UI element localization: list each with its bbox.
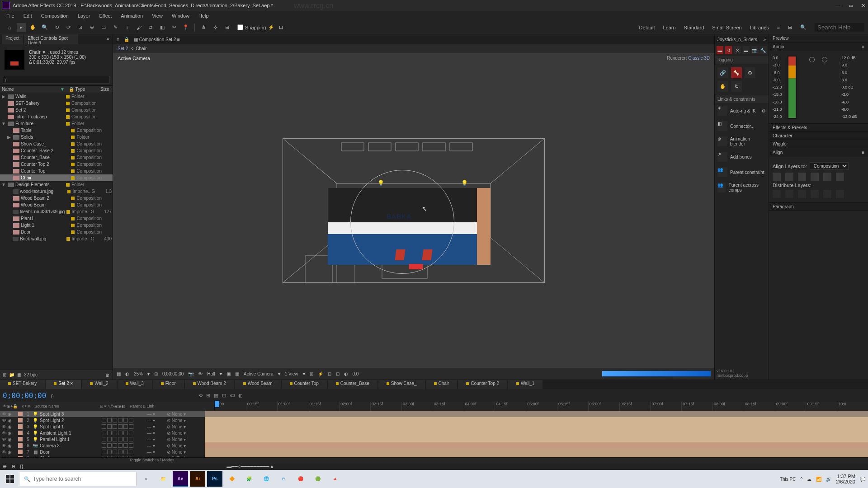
col-name[interactable]: Name [2, 87, 56, 92]
breadcrumb-root[interactable]: Set 2 [118, 46, 128, 51]
paragraph-panel-title[interactable]: Paragraph [773, 204, 794, 209]
project-row[interactable]: tileabl..nn-d3k1vk9.jpgImporte...G127 [0, 208, 113, 215]
tl-bot-2[interactable]: ⊖ [11, 464, 15, 470]
ruler-tick[interactable]: 01:15f [308, 402, 339, 411]
workspace-menu[interactable]: » [777, 25, 780, 30]
ruler-tick[interactable]: 01:00f [277, 402, 308, 411]
app-icon-3[interactable]: 🔴 [293, 471, 308, 487]
rig-opt-parentacross[interactable]: 👥Parent accross comps [715, 180, 769, 195]
col-source-name[interactable]: Source Name [34, 404, 59, 408]
project-row[interactable]: ▶SolidsFolder [0, 134, 113, 141]
col-parent-link[interactable]: Parent & Link [130, 404, 154, 408]
timeline-layer[interactable]: 👁 ◉6📷Camera 3― ▾⊘ None ▾ [0, 442, 868, 449]
rig-opt-connector[interactable]: ◧Connector... [715, 118, 769, 134]
new-comp-icon[interactable]: ▦ [17, 372, 21, 377]
tl-bot-3[interactable]: {} [20, 464, 23, 470]
rig-opt-parentconstraint[interactable]: 👥Parent constraint [715, 164, 769, 180]
clone-tool[interactable]: ⧉ [146, 23, 155, 32]
col-label[interactable]: ▼ [56, 87, 69, 92]
ruler-tick[interactable]: 0:00 [215, 402, 246, 411]
timeline-layer[interactable]: 👁 ◉3💡Spot Light 1― ▾⊘ None ▾ [0, 423, 868, 430]
rig-icon-2[interactable]: ↯ [725, 46, 732, 54]
orbit-tool[interactable]: ⟲ [52, 23, 61, 32]
menu-view[interactable]: View [147, 12, 167, 19]
light-radius-gizmo[interactable] [350, 170, 454, 274]
align-left-icon[interactable] [773, 173, 781, 181]
timeline-layer[interactable]: 👁 ◉5💡Parallel Light 1― ▾⊘ None ▾ [0, 436, 868, 442]
minimize-button[interactable]: — [835, 3, 840, 9]
project-row[interactable]: Set 2Composition [0, 107, 113, 113]
app-icon-1[interactable]: 🧩 [241, 471, 257, 487]
menu-help[interactable]: Help [194, 12, 213, 19]
start-button[interactable] [3, 472, 17, 486]
rig-icon-5[interactable]: 📷 [751, 46, 758, 54]
timeline-layer[interactable]: 👁 ◉2💡Spot Light 2― ▾⊘ None ▾ [0, 417, 868, 423]
timeline-tab[interactable]: SET-Bakery [0, 380, 45, 389]
comp-tab[interactable]: ▦ Composition Set 2 ≡ [134, 37, 180, 42]
zoom-tool[interactable]: 🔍 [40, 23, 49, 32]
menu-file[interactable]: File [2, 12, 19, 19]
zoom-dropdown[interactable]: 25% [134, 371, 143, 376]
rig-opt-animblender[interactable]: ⊛Animation blender [715, 134, 769, 149]
timeline-tab[interactable]: Show Case_ [378, 380, 425, 389]
timeline-tab[interactable]: Floor [153, 380, 184, 389]
align-hcenter-icon[interactable] [785, 173, 793, 181]
selection-tool[interactable]: ▸ [17, 23, 26, 32]
workspace-libraries[interactable]: Libraries [750, 25, 769, 30]
project-row[interactable]: Light 1Composition [0, 222, 113, 229]
res-icon[interactable]: ⊞ [154, 371, 158, 376]
camera-tool[interactable]: ⊡ [75, 23, 85, 32]
view-axis-tool[interactable]: ⊞ [222, 23, 231, 32]
project-row[interactable]: Intro_Truck.aepComposition [0, 113, 113, 120]
align-bottom-icon[interactable] [836, 173, 844, 181]
maximize-button[interactable]: ▭ [849, 3, 853, 9]
rig-tool-1[interactable]: 🔗 [717, 67, 728, 78]
timeline-layer[interactable]: 👁 ◉4💡Ambient Light 1― ▾⊘ None ▾ [0, 430, 868, 436]
interpret-icon[interactable]: ⊞ [3, 372, 6, 377]
project-row[interactable]: Wood Beam 2Composition [0, 195, 113, 202]
rig-icon-4[interactable]: ▬ [743, 46, 750, 54]
effect-controls-tab[interactable]: Effect Controls Spot Light 3 [24, 34, 78, 44]
scene-3d[interactable]: BABKA 💡 💡 ↖ [283, 138, 545, 283]
effects-presets-title[interactable]: Effects & Presets [773, 125, 807, 130]
vlc-icon[interactable]: 🔶 [224, 471, 240, 487]
delete-icon[interactable]: 🗑 [105, 372, 110, 377]
cortana-icon[interactable]: ○ [138, 471, 154, 487]
app-icon-2[interactable]: 🌐 [259, 471, 274, 487]
wiggler-panel-title[interactable]: Wiggler [773, 141, 788, 146]
ruler-tick[interactable]: 09:00f [775, 402, 806, 411]
lock-icon[interactable]: 🔒 [124, 37, 129, 42]
views-dropdown[interactable]: 1 View [285, 371, 298, 376]
rect-tool[interactable]: ▭ [99, 23, 108, 32]
project-row[interactable]: Counter TopComposition [0, 168, 113, 174]
rig-opt-addbones[interactable]: ↗Add bones [715, 149, 769, 164]
tray-wifi-icon[interactable]: 📶 [816, 477, 821, 482]
timeline-icon[interactable]: ⊟ [328, 371, 331, 376]
pixel-ar-icon[interactable]: ⊞ [310, 371, 313, 376]
light-icon-2[interactable]: 💡 [461, 180, 468, 186]
rig-tool-5[interactable]: ↻ [731, 81, 742, 92]
mag-icon[interactable]: ▦ [117, 371, 121, 376]
tl-tool-3[interactable]: ▦ [214, 393, 218, 399]
snapping-checkbox[interactable]: Snapping ⚡ ⊡ [237, 24, 283, 30]
hand-tool[interactable]: ✋ [28, 23, 38, 32]
project-search-input[interactable] [3, 76, 110, 84]
rig-opt-autorig[interactable]: ✶Auto-rig & IK ⚙ [715, 103, 769, 118]
project-row[interactable]: SET-BakeryComposition [0, 100, 113, 107]
tl-tool-2[interactable]: ⊞ [206, 393, 210, 399]
tl-bot-1[interactable]: ⊕ [3, 464, 7, 470]
align-right-icon[interactable] [798, 173, 806, 181]
project-row[interactable]: Brick wall.jpgImporte...G400 [0, 235, 113, 242]
project-row[interactable]: ▶WallsFolder [0, 93, 113, 100]
puppet-tool[interactable]: 📍 [181, 23, 190, 32]
ruler-tick[interactable]: 04:00f [464, 402, 495, 411]
timeline-tab[interactable]: Wall_1 [508, 380, 542, 389]
rotate-tool[interactable]: ⟳ [64, 23, 73, 32]
workspace-standard[interactable]: Standard [684, 25, 704, 30]
rig-icon-3[interactable]: ✕ [734, 46, 741, 54]
project-row[interactable]: DoorComposition [0, 229, 113, 235]
preview-panel-title[interactable]: Preview [773, 36, 789, 41]
menu-effect[interactable]: Effect [94, 12, 116, 19]
pen-tool[interactable]: ✎ [111, 23, 120, 32]
eraser-tool[interactable]: ◧ [158, 23, 167, 32]
